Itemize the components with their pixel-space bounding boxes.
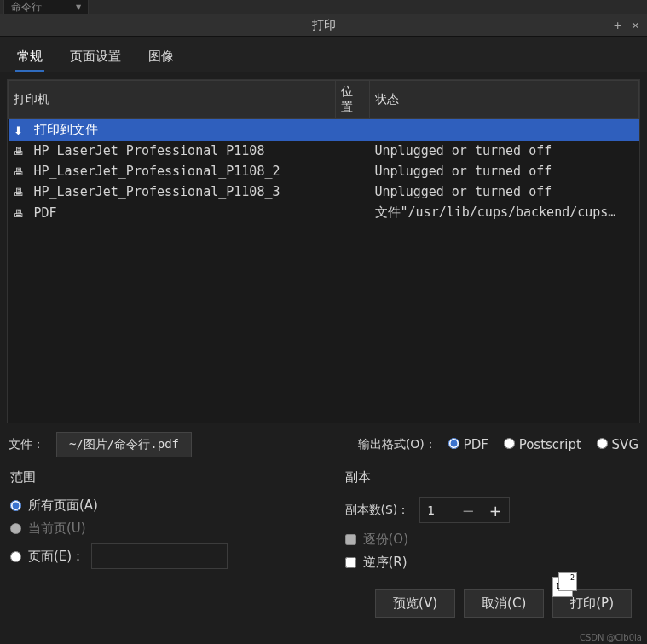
checkbox-collate — [345, 534, 356, 545]
printer-status: Unplugged or turned off — [370, 141, 639, 161]
col-status[interactable]: 状态 — [370, 81, 639, 119]
printer-status — [370, 119, 639, 141]
reverse-label: 逆序(R) — [363, 555, 407, 571]
printer-status: Unplugged or turned off — [370, 181, 639, 202]
tab-bar: 常规 页面设置 图像 — [0, 37, 647, 72]
window-title: 打印 — [312, 18, 336, 33]
printer-list: 打印机 位置 状态 ⬇ 打印到文件 🖶 HP_LaserJet_Professi… — [7, 79, 640, 423]
copies-input[interactable] — [420, 500, 454, 520]
table-row[interactable]: 🖶 PDF 文件"/usr/lib/cups/backend/cups… — [9, 202, 639, 223]
table-row[interactable]: ⬇ 打印到文件 — [9, 119, 639, 141]
printer-name: 打印到文件 — [29, 119, 336, 141]
tab-image[interactable]: 图像 — [147, 43, 176, 72]
copies-title: 副本 — [345, 469, 629, 486]
preview-button[interactable]: 预览(V) — [375, 589, 455, 618]
window-titlebar: 打印 + × — [0, 14, 647, 37]
printer-status: 文件"/usr/lib/cups/backend/cups… — [370, 202, 639, 223]
print-button[interactable]: 打印(P) — [552, 589, 632, 618]
printer-location — [336, 119, 370, 141]
printer-location — [336, 202, 370, 223]
radio-postscript[interactable]: Postscript — [504, 437, 581, 452]
tab-page-setup[interactable]: 页面设置 — [68, 43, 123, 72]
printer-status: Unplugged or turned off — [370, 161, 639, 181]
all-pages-label: 所有页面(A) — [28, 497, 98, 514]
printer-name: HP_LaserJet_Professional_P1108_2 — [29, 161, 336, 181]
pages-input[interactable] — [91, 543, 228, 569]
topbar-dropdown[interactable]: 命令行 ▼ — [3, 0, 89, 16]
chevron-down-icon: ▼ — [76, 3, 81, 11]
printer-icon: 🖶 — [14, 187, 24, 198]
copies-count-label: 副本数(S)： — [345, 503, 410, 518]
topbar-dropdown-label: 命令行 — [11, 0, 42, 14]
table-row[interactable]: 🖶 HP_LaserJet_Professional_P1108 Unplugg… — [9, 141, 639, 161]
printer-name: HP_LaserJet_Professional_P1108 — [29, 141, 336, 161]
minimize-button[interactable]: + — [613, 19, 622, 32]
radio-pages[interactable] — [10, 551, 21, 562]
file-label: 文件： — [9, 437, 44, 452]
current-page-label: 当前页(U) — [28, 520, 86, 537]
radio-all-pages[interactable] — [10, 500, 21, 511]
table-row[interactable]: 🖶 HP_LaserJet_Professional_P1108_2 Unplu… — [9, 161, 639, 181]
output-format-label: 输出格式(O)： — [358, 437, 436, 452]
col-printer[interactable]: 打印机 — [9, 81, 336, 119]
printer-name: HP_LaserJet_Professional_P1108_3 — [29, 181, 336, 202]
table-row[interactable]: 🖶 HP_LaserJet_Professional_P1108_3 Unplu… — [9, 181, 639, 202]
printer-icon: 🖶 — [14, 146, 24, 158]
printer-name: PDF — [29, 202, 336, 223]
tab-general[interactable]: 常规 — [15, 43, 44, 72]
dialog-buttons: 预览(V) 取消(C) 打印(P) — [7, 578, 640, 623]
collate-preview-icon: 2 — [558, 572, 577, 591]
pages-label: 页面(E)： — [28, 549, 84, 565]
printer-location — [336, 161, 370, 181]
watermark: CSDN @Clb0la — [580, 633, 642, 642]
file-path-button[interactable]: ~/图片/命令行.pdf — [56, 432, 192, 457]
col-location[interactable]: 位置 — [336, 81, 370, 119]
printer-icon: 🖶 — [14, 166, 24, 178]
copies-increment[interactable]: + — [482, 498, 509, 522]
radio-current-page — [10, 523, 21, 534]
close-button[interactable]: × — [631, 19, 640, 32]
printer-location — [336, 141, 370, 161]
printer-icon: 🖶 — [14, 208, 24, 220]
copies-decrement[interactable]: − — [454, 498, 482, 522]
printer-location — [336, 181, 370, 202]
radio-pdf[interactable]: PDF — [448, 437, 488, 452]
cancel-button[interactable]: 取消(C) — [464, 589, 544, 618]
range-title: 范围 — [10, 469, 294, 486]
radio-svg[interactable]: SVG — [597, 437, 638, 452]
copies-section: 副本 副本数(S)： − + 逐份(O) 逆序(R) 2 — [345, 469, 629, 578]
range-section: 范围 所有页面(A) 当前页(U) 页面(E)： — [10, 469, 294, 578]
app-topbar: 命令行 ▼ — [0, 0, 647, 14]
collate-label: 逐份(O) — [363, 532, 409, 548]
checkbox-reverse[interactable] — [345, 557, 356, 568]
copies-spinner: − + — [419, 497, 510, 523]
download-icon: ⬇ — [14, 124, 23, 137]
